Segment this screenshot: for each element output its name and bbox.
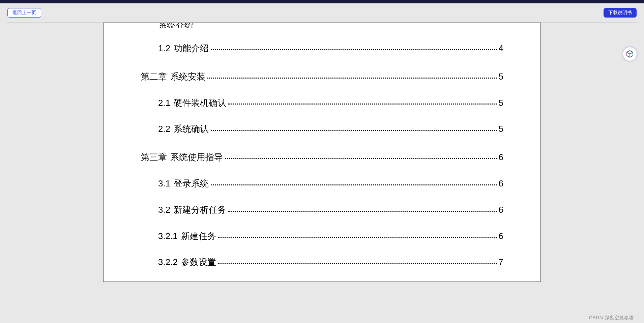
toc-page: 6 xyxy=(499,178,503,189)
toc-num: 3.2 xyxy=(158,204,170,216)
toc-title: 系统确认 xyxy=(174,123,209,135)
toc-dots xyxy=(228,211,497,212)
toc-title: 新建分析任务 xyxy=(174,204,226,216)
top-accent-bar xyxy=(0,0,644,3)
toc-num: 3.1 xyxy=(158,178,170,189)
toc-dots xyxy=(228,104,497,105)
toc-num: 第二章 xyxy=(141,71,167,83)
toc-page: 7 xyxy=(499,257,503,268)
toc-line[interactable]: 3.2.2 参数设置 7 xyxy=(141,257,503,268)
toc-num: 3.2.1 xyxy=(158,231,178,242)
toc-page: 5 xyxy=(499,97,503,109)
toc-line[interactable]: 2.2 系统确认 5 xyxy=(141,123,503,135)
toc-title: 新建任务 xyxy=(181,231,216,242)
toc-page: 6 xyxy=(499,204,503,216)
toc-dots xyxy=(218,237,497,238)
toc-dots xyxy=(211,49,497,50)
toc-page: 5 xyxy=(499,123,503,135)
toc-num: 2.1 xyxy=(158,97,170,109)
toc-line-cutoff: 系统介绍 xyxy=(141,22,503,28)
toc-num: 1.2 xyxy=(158,43,170,54)
toc-dots xyxy=(211,184,497,185)
toc-line[interactable]: 第三章 系统使用指导 6 xyxy=(141,152,503,163)
back-button[interactable]: 返回上一页 xyxy=(7,8,41,18)
document-viewer-wrap: 系统介绍 1.2 功能介绍 4 第二章 系统安装 5 2.1 硬件装机确认 xyxy=(7,22,637,323)
toc-title: 硬件装机确认 xyxy=(174,97,226,109)
toc-num: 3.2.2 xyxy=(158,257,178,268)
toc-line[interactable]: 3.2 新建分析任务 6 xyxy=(141,204,503,216)
toc-page: 4 xyxy=(499,43,503,54)
document-viewer[interactable]: 系统介绍 1.2 功能介绍 4 第二章 系统安装 5 2.1 硬件装机确认 xyxy=(7,22,637,323)
toc-dots xyxy=(211,130,497,131)
toc-title: 系统使用指导 xyxy=(170,152,223,163)
toc-page: 5 xyxy=(499,71,503,83)
document-page: 系统介绍 1.2 功能介绍 4 第二章 系统安装 5 2.1 硬件装机确认 xyxy=(103,23,541,282)
toc-title: 登录系统 xyxy=(174,178,209,189)
header-bar: 返回上一页 下载说明书 xyxy=(0,3,644,22)
toc-line[interactable]: 3.2.1 新建任务 6 xyxy=(141,231,503,242)
toc-page: 6 xyxy=(499,231,503,242)
download-button[interactable]: 下载说明书 xyxy=(604,8,637,18)
assistant-float-icon[interactable] xyxy=(623,47,637,61)
toc-line[interactable]: 3.1 登录系统 6 xyxy=(141,178,503,189)
toc-cutoff-text: 系统介绍 xyxy=(158,22,193,28)
toc-title: 参数设置 xyxy=(181,257,216,268)
toc-line[interactable]: 2.1 硬件装机确认 5 xyxy=(141,97,503,109)
toc-dots xyxy=(218,263,497,264)
toc-num: 2.2 xyxy=(158,123,170,135)
toc-line[interactable]: 1.2 功能介绍 4 xyxy=(141,43,503,54)
cube-icon xyxy=(626,50,634,58)
toc-num: 第三章 xyxy=(141,152,167,163)
toc-dots xyxy=(207,78,497,79)
toc-dots xyxy=(225,158,497,159)
toc-title: 功能介绍 xyxy=(174,43,209,54)
toc-line[interactable]: 第二章 系统安装 5 xyxy=(141,71,503,83)
toc-title: 系统安装 xyxy=(170,71,205,83)
toc-page: 6 xyxy=(499,152,503,163)
